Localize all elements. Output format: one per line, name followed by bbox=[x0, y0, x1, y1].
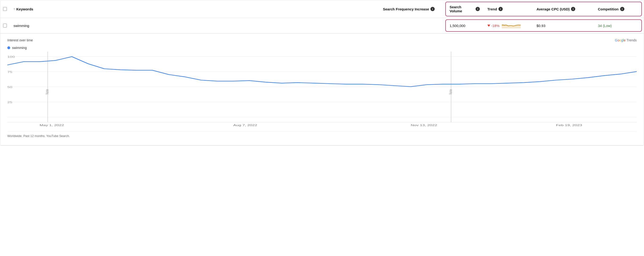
chart-wrapper: 100 75 50 25 Note Note May 1, 2022 Aug 7… bbox=[7, 52, 637, 127]
svg-text:Note: Note bbox=[448, 89, 453, 95]
svg-text:25: 25 bbox=[7, 100, 12, 104]
legend-dot-icon bbox=[7, 46, 10, 49]
highlighted-header-border: Search Volume i Trend i Average CPC (USD… bbox=[445, 2, 642, 16]
keywords-column-header: ↑ Keywords bbox=[10, 4, 379, 14]
svg-text:Note: Note bbox=[45, 89, 49, 95]
trend-header: Trend i bbox=[484, 4, 533, 14]
chart-legend: swimming bbox=[7, 46, 637, 50]
chart-header: Interest over time Google Trends bbox=[7, 38, 637, 42]
trend-down-arrow-icon bbox=[487, 25, 490, 27]
google-trends-logo: Google Trends bbox=[615, 38, 637, 42]
trend-cell: -18% bbox=[484, 20, 533, 31]
trend-sparkline-chart bbox=[502, 23, 521, 28]
trend-info-icon[interactable]: i bbox=[498, 7, 503, 11]
table-row: swimming 1,500,000 -18% bbox=[0, 18, 644, 33]
competition-label: Competition bbox=[598, 7, 619, 11]
svg-text:50: 50 bbox=[7, 85, 12, 88]
competition-cell: 34 (Low) bbox=[594, 21, 642, 31]
trend-label: Trend bbox=[487, 7, 497, 11]
avg-cpc-header: Average CPC (USD) i bbox=[533, 4, 594, 14]
competition-header: Competition i bbox=[594, 4, 642, 14]
competition-info-icon[interactable]: i bbox=[620, 7, 624, 11]
search-volume-label: Search Volume bbox=[450, 5, 474, 13]
sort-arrow: ↑ bbox=[14, 7, 15, 11]
search-freq-info-icon[interactable]: i bbox=[430, 7, 435, 11]
svg-text:100: 100 bbox=[7, 55, 15, 58]
search-volume-cell: 1,500,000 bbox=[446, 21, 484, 31]
keywords-table: ↑ Keywords Search Frequency Increase i S… bbox=[0, 0, 644, 146]
search-volume-info-icon[interactable]: i bbox=[476, 7, 480, 11]
search-frequency-column-header: Search Frequency Increase i bbox=[379, 4, 445, 14]
select-all-checkbox[interactable] bbox=[0, 4, 10, 14]
table-header: ↑ Keywords Search Frequency Increase i S… bbox=[0, 0, 644, 18]
svg-text:May 1, 2022: May 1, 2022 bbox=[40, 123, 64, 126]
avg-cpc-label: Average CPC (USD) bbox=[536, 7, 570, 11]
chart-footer-text: Worldwide. Past 12 months. YouTube Searc… bbox=[7, 134, 70, 138]
highlighted-data-border: 1,500,000 -18% bbox=[445, 19, 642, 32]
chart-line bbox=[7, 57, 637, 87]
svg-text:Feb 19, 2023: Feb 19, 2023 bbox=[556, 123, 582, 126]
trend-percentage: -18% bbox=[491, 24, 500, 28]
chart-section: Interest over time Google Trends swimmin… bbox=[0, 33, 644, 146]
trend-value: -18% bbox=[487, 24, 500, 28]
keywords-header-label: Keywords bbox=[16, 7, 33, 11]
interest-over-time-chart: 100 75 50 25 Note Note May 1, 2022 Aug 7… bbox=[7, 52, 637, 127]
svg-text:Aug 7, 2022: Aug 7, 2022 bbox=[233, 123, 257, 126]
svg-text:75: 75 bbox=[7, 70, 12, 73]
search-freq-label: Search Frequency Increase bbox=[383, 7, 429, 11]
svg-text:Nov 13, 2022: Nov 13, 2022 bbox=[411, 123, 437, 126]
legend-label: swimming bbox=[12, 46, 27, 50]
avg-cpc-info-icon[interactable]: i bbox=[571, 7, 575, 11]
keyword-cell: swimming bbox=[10, 21, 379, 31]
chart-title: Interest over time bbox=[7, 38, 33, 42]
search-volume-header: Search Volume i bbox=[446, 2, 484, 16]
row-checkbox[interactable] bbox=[0, 21, 10, 30]
cpc-cell: $0.93 bbox=[533, 21, 594, 31]
chart-footer: Worldwide. Past 12 months. YouTube Searc… bbox=[7, 131, 637, 141]
search-frequency-cell bbox=[379, 23, 445, 28]
